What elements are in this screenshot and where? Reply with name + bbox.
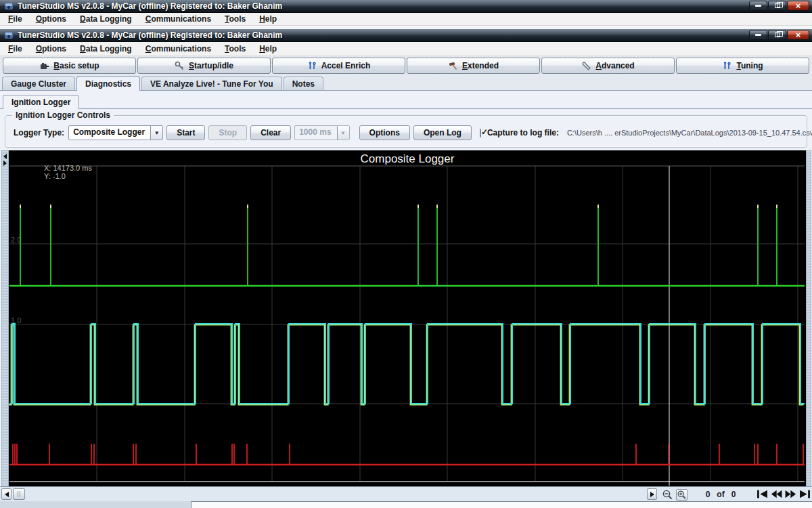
- tab-diagnostics[interactable]: Diagnostics: [76, 76, 140, 91]
- svg-text:2.0: 2.0: [11, 236, 21, 244]
- tab-ve-analyze[interactable]: VE Analyze Live! - Tune For You: [141, 77, 282, 90]
- accel-enrich-button[interactable]: Accel Enrich: [272, 58, 405, 74]
- tools-icon: [307, 61, 317, 71]
- menu-communications[interactable]: Communications: [139, 13, 218, 25]
- restore-button[interactable]: [768, 1, 786, 11]
- minimize-button[interactable]: [749, 1, 767, 11]
- zoom-in-button[interactable]: [676, 489, 687, 501]
- tab-gauge-cluster[interactable]: Gauge Cluster: [2, 77, 75, 90]
- check-icon: ✓: [481, 127, 488, 137]
- scroll-left-button[interactable]: [1, 488, 12, 500]
- button-label: Extended: [462, 61, 499, 70]
- start-button[interactable]: Start: [166, 125, 205, 140]
- chart-hscrollbar: 0 of 0: [0, 486, 812, 501]
- minimize-button[interactable]: [749, 30, 767, 40]
- capture-label: Capture to log file:: [487, 128, 559, 137]
- close-button[interactable]: ×: [787, 30, 809, 40]
- key-icon: [175, 61, 185, 71]
- arrow-right-icon: [650, 492, 654, 497]
- button-label: Tuning: [736, 61, 763, 70]
- menu-tools[interactable]: Tools: [218, 43, 252, 55]
- inner-menubar: File Options Data Logging Communications…: [0, 42, 812, 56]
- logger-type-select[interactable]: Composite Logger ▼: [68, 125, 163, 140]
- minimize-icon: [755, 5, 761, 7]
- arrow-left-icon: [5, 492, 9, 497]
- outer-menubar: File Options Data Logging Communications…: [0, 13, 812, 26]
- menu-options[interactable]: Options: [29, 43, 73, 55]
- tuning-button[interactable]: Tuning: [676, 58, 809, 74]
- menu-file[interactable]: File: [1, 13, 29, 25]
- first-page-button[interactable]: [757, 490, 768, 499]
- window-title: TunerStudio MS v2.0.8 - MyCar (offline) …: [18, 1, 282, 11]
- advanced-button[interactable]: Advanced: [541, 58, 675, 74]
- close-icon: ×: [796, 2, 801, 9]
- basic-setup-button[interactable]: Basic setup: [3, 58, 136, 74]
- hammer-icon: [448, 61, 458, 71]
- options-button[interactable]: Options: [359, 125, 410, 140]
- menu-help[interactable]: Help: [252, 43, 284, 55]
- wrench-icon: [581, 61, 591, 71]
- clear-button[interactable]: Clear: [250, 125, 291, 140]
- button-label: Accel Enrich: [321, 61, 371, 70]
- open-log-button[interactable]: Open Log: [413, 125, 472, 140]
- bottom-panel-edge: [191, 501, 812, 508]
- button-label: Startup/idle: [189, 61, 233, 70]
- menu-tools[interactable]: Tools: [218, 13, 252, 25]
- last-page-button[interactable]: [799, 490, 811, 499]
- page-indicator: 0 of 0: [687, 490, 754, 499]
- main-tabbar: Gauge Cluster Diagnostics VE Analyze Liv…: [0, 75, 812, 91]
- menu-help[interactable]: Help: [252, 13, 284, 25]
- chevron-down-icon: ▼: [150, 126, 162, 140]
- window-title: TunerStudio MS v2.0.8 - MyCar (offline) …: [18, 30, 282, 40]
- menu-options[interactable]: Options: [29, 13, 73, 25]
- slider-left-icon[interactable]: [3, 154, 7, 159]
- log-file-path: C:\Users\h .... erStudioProjects\MyCar\D…: [567, 129, 812, 137]
- left-chart-slider[interactable]: [1, 150, 9, 486]
- bottom-strip: [0, 501, 812, 508]
- stop-button: Stop: [208, 125, 247, 140]
- tools-icon: [722, 61, 732, 71]
- menu-data-logging[interactable]: Data Logging: [73, 43, 139, 55]
- app-icon: [4, 1, 14, 11]
- menu-data-logging[interactable]: Data Logging: [73, 13, 139, 25]
- menu-file[interactable]: File: [1, 43, 29, 55]
- svg-text:X: 14173.0 ms: X: 14173.0 ms: [44, 164, 92, 172]
- logger-type-label: Logger Type:: [14, 128, 64, 137]
- restore-icon: [775, 3, 780, 8]
- minimize-icon: [755, 34, 761, 36]
- zoom-out-button[interactable]: [662, 489, 673, 501]
- svg-text:Composite Logger: Composite Logger: [361, 152, 455, 165]
- prev-page-button[interactable]: [771, 490, 782, 499]
- menu-communications[interactable]: Communications: [139, 43, 218, 55]
- waveform-plot[interactable]: 2.01.00Composite LoggerX: 14173.0 msY: -…: [0, 150, 812, 486]
- divider: [0, 108, 812, 109]
- svg-text:Y: -1.0: Y: -1.0: [44, 172, 66, 180]
- scrollbar-thumb[interactable]: [13, 488, 25, 500]
- group-title: Ignition Logger Controls: [12, 110, 114, 120]
- restore-button[interactable]: [768, 30, 786, 40]
- outer-titlebar: TunerStudio MS v2.0.8 - MyCar (offline) …: [0, 0, 812, 13]
- capture-checkbox[interactable]: ✓: [480, 129, 481, 137]
- interval-select: 1000 ms ▼: [294, 125, 349, 140]
- ignition-logger-controls-group: Ignition Logger Controls Logger Type: Co…: [5, 115, 807, 148]
- next-page-button[interactable]: [785, 490, 796, 499]
- app-icon: [4, 30, 14, 40]
- close-icon: ×: [796, 31, 801, 39]
- slider-right-icon[interactable]: [3, 161, 7, 166]
- tab-ignition-logger[interactable]: Ignition Logger: [3, 95, 79, 109]
- restore-icon: [775, 33, 780, 37]
- extended-button[interactable]: Extended: [407, 58, 540, 74]
- scroll-right-button[interactable]: [647, 488, 657, 500]
- inner-titlebar: TunerStudio MS v2.0.8 - MyCar (offline) …: [0, 29, 812, 42]
- startup-idle-button[interactable]: Startup/idle: [137, 58, 271, 74]
- tab-notes[interactable]: Notes: [284, 77, 323, 90]
- chevron-down-icon: ▼: [337, 126, 349, 140]
- button-label: Advanced: [595, 61, 634, 70]
- close-button[interactable]: ×: [787, 1, 809, 11]
- composite-logger-chart: 2.01.00Composite LoggerX: 14173.0 msY: -…: [0, 150, 812, 486]
- shortcut-toolbar: Basic setup Startup/idle Accel Enrich Ex…: [0, 56, 812, 75]
- right-chart-slider[interactable]: [806, 150, 811, 486]
- engine-icon: [39, 61, 49, 71]
- button-label: Basic setup: [53, 61, 99, 70]
